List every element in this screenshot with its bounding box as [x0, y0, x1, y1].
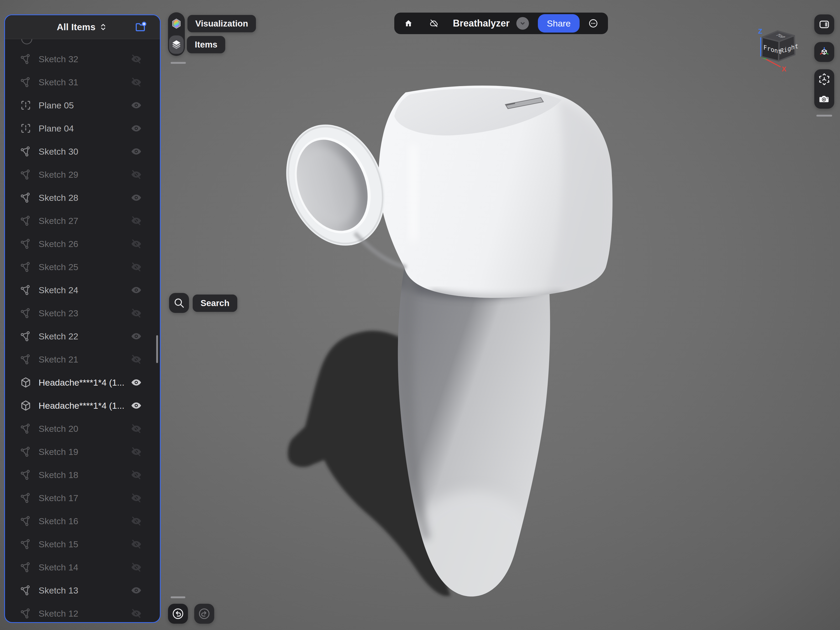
history-drag-handle[interactable]	[171, 597, 185, 598]
item-label: Sketch 30	[39, 147, 78, 157]
visibility-toggle-icon[interactable]	[129, 538, 143, 550]
new-folder-icon[interactable]	[134, 21, 147, 33]
panel-toggle-button[interactable]	[814, 14, 834, 35]
item-label: Sketch 21	[39, 354, 78, 365]
list-item[interactable]: Sketch 31	[5, 71, 160, 94]
visibility-toggle-icon[interactable]	[129, 562, 143, 573]
list-item[interactable]: Sketch 28	[5, 186, 160, 209]
app-root: All Items Sketch 32 Sketch 31	[0, 0, 840, 630]
visibility-toggle-icon[interactable]	[129, 330, 143, 342]
list-item[interactable]: Sketch 32	[5, 47, 160, 71]
visibility-toggle-icon[interactable]	[129, 76, 143, 88]
list-item[interactable]: Plane 04	[5, 117, 160, 140]
items-label[interactable]: Items	[187, 36, 225, 53]
item-label: Sketch 16	[39, 516, 78, 526]
visibility-toggle-icon[interactable]	[129, 584, 143, 596]
items-button[interactable]	[169, 35, 184, 54]
redo-button[interactable]	[194, 604, 214, 624]
list-item[interactable]: Sketch 23	[5, 302, 160, 325]
visibility-toggle-icon[interactable]	[129, 261, 143, 273]
visibility-toggle-icon[interactable]	[129, 354, 143, 365]
list-item[interactable]: Sketch 20	[5, 417, 160, 440]
list-item[interactable]: Headache****1*4 (1...	[5, 371, 160, 394]
visibility-toggle-icon[interactable]	[129, 446, 143, 458]
list-item[interactable]: Sketch 15	[5, 533, 160, 556]
item-type-icon	[20, 76, 32, 88]
pan-3d-button[interactable]	[814, 70, 834, 89]
document-menu-button[interactable]	[516, 17, 529, 30]
item-label: Sketch 20	[39, 424, 78, 434]
visibility-toggle-icon[interactable]	[129, 400, 143, 411]
list-item[interactable]: Sketch 22	[5, 325, 160, 348]
list-item[interactable]: Sketch 16	[5, 510, 160, 533]
search-button[interactable]	[169, 293, 189, 313]
home-icon[interactable]	[404, 17, 413, 29]
sidebar-header: All Items	[5, 15, 160, 39]
list-item[interactable]: Sketch 21	[5, 348, 160, 371]
visibility-toggle-icon[interactable]	[129, 53, 143, 65]
redo-icon	[199, 608, 210, 619]
camera-button[interactable]	[814, 90, 834, 108]
undo-button[interactable]	[168, 604, 188, 624]
item-type-icon	[20, 169, 32, 181]
item-label: Sketch 14	[39, 562, 78, 573]
visibility-toggle-icon[interactable]	[129, 284, 143, 296]
sort-icon[interactable]	[98, 22, 108, 32]
item-type-icon	[20, 561, 32, 573]
list-item[interactable]: Sketch 19	[5, 440, 160, 463]
visibility-toggle-icon[interactable]	[129, 169, 143, 180]
pan-3d-icon	[818, 73, 830, 85]
list-item[interactable]: Sketch 24	[5, 278, 160, 302]
list-item[interactable]: Sketch 17	[5, 486, 160, 510]
list-item[interactable]: Sketch 18	[5, 463, 160, 486]
mode-toolbar	[168, 12, 185, 56]
visibility-toggle-icon[interactable]	[129, 99, 143, 111]
more-ellipsis-icon[interactable]	[589, 17, 598, 30]
item-type-icon	[20, 423, 32, 435]
right-toolbar-drag-handle[interactable]	[816, 115, 832, 117]
list-item[interactable]: Sketch 27	[5, 209, 160, 232]
visualization-label[interactable]: Visualization	[188, 15, 256, 32]
list-item[interactable]: Sketch 12	[5, 602, 160, 622]
list-item[interactable]: Sketch 30	[5, 140, 160, 163]
list-item[interactable]: Sketch 25	[5, 256, 160, 278]
sidebar-title[interactable]: All Items	[57, 22, 96, 32]
visibility-toggle-icon[interactable]	[129, 492, 143, 504]
toolbar-drag-handle[interactable]	[171, 62, 186, 64]
visibility-toggle-icon[interactable]	[129, 377, 143, 388]
visualization-button[interactable]	[169, 14, 184, 33]
list-item[interactable]: Plane 05	[5, 94, 160, 117]
list-item[interactable]: Sketch 29	[5, 163, 160, 186]
search-label: Search	[193, 295, 237, 312]
item-type-icon	[20, 538, 32, 550]
item-label: Sketch 17	[39, 493, 78, 503]
item-label: Sketch 23	[39, 308, 78, 318]
items-sidebar: All Items Sketch 32 Sketch 31	[4, 14, 161, 623]
document-title[interactable]: Breathalyzer	[453, 18, 510, 29]
visibility-toggle-icon[interactable]	[129, 307, 143, 319]
visibility-toggle-icon[interactable]	[129, 469, 143, 481]
visibility-toggle-icon[interactable]	[129, 215, 143, 227]
visibility-toggle-icon[interactable]	[129, 515, 143, 527]
item-type-icon	[20, 122, 32, 134]
item-label: Sketch 29	[39, 170, 78, 180]
viewport-3d-model[interactable]	[262, 52, 656, 617]
visibility-toggle-icon[interactable]	[129, 146, 143, 157]
item-label: Sketch 12	[39, 608, 78, 619]
visibility-toggle-icon[interactable]	[129, 192, 143, 204]
list-item[interactable]: Sketch 13	[5, 579, 160, 602]
cloud-offline-icon[interactable]	[429, 16, 439, 30]
list-item[interactable]: Headache****1*4 (1...	[5, 394, 160, 417]
list-item[interactable]: Sketch 26	[5, 232, 160, 256]
visibility-toggle-icon[interactable]	[129, 238, 143, 249]
view-cube[interactable]: Z X Top Front Right	[751, 24, 803, 79]
item-type-icon	[20, 446, 32, 458]
list-item[interactable]: Sketch 14	[5, 556, 160, 579]
panel-toggle-icon	[818, 19, 830, 30]
share-button[interactable]: Share	[538, 14, 579, 33]
item-label: Headache****1*4 (1...	[39, 401, 125, 411]
visibility-toggle-icon[interactable]	[129, 608, 143, 619]
visibility-toggle-icon[interactable]	[129, 423, 143, 434]
orientation-reset-button[interactable]	[814, 42, 834, 62]
visibility-toggle-icon[interactable]	[129, 123, 143, 134]
